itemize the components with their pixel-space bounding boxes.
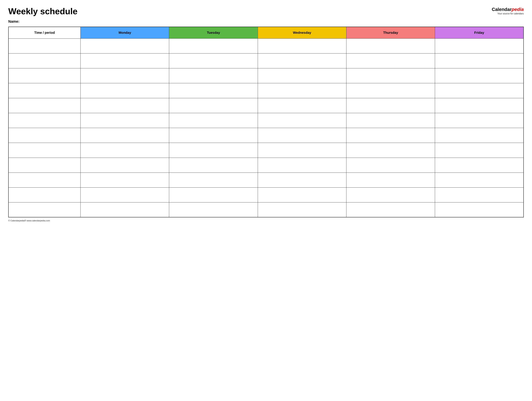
table-cell[interactable] bbox=[258, 98, 346, 113]
table-cell[interactable] bbox=[8, 83, 81, 98]
table-cell[interactable] bbox=[258, 187, 346, 202]
table-cell[interactable] bbox=[346, 128, 435, 143]
table-cell[interactable] bbox=[435, 172, 524, 187]
table-row bbox=[8, 113, 524, 128]
table-cell[interactable] bbox=[8, 128, 81, 143]
table-cell[interactable] bbox=[258, 83, 346, 98]
col-header-wednesday: Wednesday bbox=[258, 27, 346, 38]
table-cell[interactable] bbox=[81, 83, 169, 98]
logo-tagline: Your source for calendars bbox=[492, 12, 524, 15]
footer: © Calendarpedia® www.calendarpedia.com bbox=[8, 219, 524, 222]
table-cell[interactable] bbox=[258, 128, 346, 143]
schedule-body bbox=[8, 38, 524, 217]
table-cell[interactable] bbox=[435, 68, 524, 83]
table-cell[interactable] bbox=[81, 38, 169, 53]
table-cell[interactable] bbox=[169, 53, 258, 68]
table-row bbox=[8, 187, 524, 202]
table-cell[interactable] bbox=[81, 202, 169, 217]
table-cell[interactable] bbox=[8, 38, 81, 53]
table-cell[interactable] bbox=[169, 98, 258, 113]
table-cell[interactable] bbox=[169, 83, 258, 98]
table-cell[interactable] bbox=[81, 158, 169, 172]
table-cell[interactable] bbox=[169, 158, 258, 172]
table-cell[interactable] bbox=[169, 143, 258, 158]
table-cell[interactable] bbox=[435, 202, 524, 217]
table-cell[interactable] bbox=[346, 172, 435, 187]
footer-text: © Calendarpedia® www.calendarpedia.com bbox=[8, 219, 50, 222]
table-cell[interactable] bbox=[258, 68, 346, 83]
col-header-tuesday: Tuesday bbox=[169, 27, 258, 38]
page-title: Weekly schedule bbox=[8, 7, 77, 16]
table-cell[interactable] bbox=[169, 68, 258, 83]
table-cell[interactable] bbox=[346, 98, 435, 113]
table-cell[interactable] bbox=[81, 53, 169, 68]
table-cell[interactable] bbox=[8, 68, 81, 83]
table-cell[interactable] bbox=[258, 172, 346, 187]
table-cell[interactable] bbox=[169, 128, 258, 143]
table-row bbox=[8, 143, 524, 158]
table-cell[interactable] bbox=[169, 187, 258, 202]
table-cell[interactable] bbox=[346, 202, 435, 217]
table-cell[interactable] bbox=[8, 143, 81, 158]
table-cell[interactable] bbox=[435, 98, 524, 113]
name-label: Name: bbox=[8, 19, 524, 24]
table-row bbox=[8, 98, 524, 113]
table-cell[interactable] bbox=[81, 172, 169, 187]
table-cell[interactable] bbox=[435, 128, 524, 143]
table-cell[interactable] bbox=[8, 158, 81, 172]
table-cell[interactable] bbox=[258, 113, 346, 128]
table-row bbox=[8, 128, 524, 143]
table-cell[interactable] bbox=[346, 53, 435, 68]
table-cell[interactable] bbox=[346, 158, 435, 172]
table-row bbox=[8, 158, 524, 172]
table-cell[interactable] bbox=[435, 158, 524, 172]
table-cell[interactable] bbox=[346, 38, 435, 53]
col-header-time: Time / period bbox=[8, 27, 81, 38]
table-cell[interactable] bbox=[8, 187, 81, 202]
table-row bbox=[8, 38, 524, 53]
table-cell[interactable] bbox=[81, 113, 169, 128]
table-cell[interactable] bbox=[8, 53, 81, 68]
table-cell[interactable] bbox=[346, 143, 435, 158]
page-header: Weekly schedule Calendarpedia Your sourc… bbox=[8, 7, 524, 16]
table-row bbox=[8, 202, 524, 217]
col-header-monday: Monday bbox=[81, 27, 169, 38]
table-cell[interactable] bbox=[346, 187, 435, 202]
table-cell[interactable] bbox=[81, 143, 169, 158]
table-cell[interactable] bbox=[346, 68, 435, 83]
table-cell[interactable] bbox=[435, 113, 524, 128]
table-cell[interactable] bbox=[346, 83, 435, 98]
logo: Calendarpedia Your source for calendars bbox=[492, 7, 524, 15]
table-cell[interactable] bbox=[435, 187, 524, 202]
table-cell[interactable] bbox=[435, 83, 524, 98]
table-cell[interactable] bbox=[81, 128, 169, 143]
table-cell[interactable] bbox=[435, 38, 524, 53]
table-cell[interactable] bbox=[258, 202, 346, 217]
table-cell[interactable] bbox=[81, 68, 169, 83]
table-cell[interactable] bbox=[169, 202, 258, 217]
table-cell[interactable] bbox=[8, 98, 81, 113]
table-cell[interactable] bbox=[8, 113, 81, 128]
table-header-row: Time / period Monday Tuesday Wednesday T… bbox=[8, 27, 524, 38]
table-row bbox=[8, 172, 524, 187]
table-row bbox=[8, 53, 524, 68]
table-cell[interactable] bbox=[258, 53, 346, 68]
table-cell[interactable] bbox=[346, 113, 435, 128]
table-row bbox=[8, 83, 524, 98]
col-header-thursday: Thursday bbox=[346, 27, 435, 38]
table-cell[interactable] bbox=[169, 172, 258, 187]
table-cell[interactable] bbox=[435, 143, 524, 158]
table-row bbox=[8, 68, 524, 83]
table-cell[interactable] bbox=[435, 53, 524, 68]
table-cell[interactable] bbox=[258, 38, 346, 53]
table-cell[interactable] bbox=[8, 172, 81, 187]
table-cell[interactable] bbox=[169, 38, 258, 53]
table-cell[interactable] bbox=[8, 202, 81, 217]
table-cell[interactable] bbox=[81, 187, 169, 202]
schedule-table: Time / period Monday Tuesday Wednesday T… bbox=[8, 27, 524, 217]
table-cell[interactable] bbox=[81, 98, 169, 113]
col-header-friday: Friday bbox=[435, 27, 524, 38]
table-cell[interactable] bbox=[258, 143, 346, 158]
table-cell[interactable] bbox=[169, 113, 258, 128]
table-cell[interactable] bbox=[258, 158, 346, 172]
